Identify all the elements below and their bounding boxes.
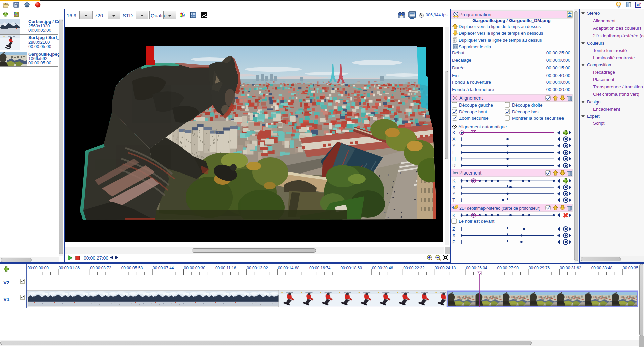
svg-text:K: K (452, 213, 456, 218)
svg-text:Déplacer vers la ligne de temp: Déplacer vers la ligne de temps en desso… (459, 31, 543, 36)
svg-text:00:00:25:00: 00:00:25:00 (546, 50, 570, 55)
svg-text:Zoom sécurisé: Zoom sécurisé (459, 116, 489, 121)
svg-text:Découpe droite: Découpe droite (512, 102, 543, 108)
svg-text:Durée: Durée (452, 65, 465, 70)
svg-text:00:00:03:72: 00:00:03:72 (90, 266, 111, 270)
svg-text:00:00:40:00: 00:00:40:00 (546, 73, 570, 78)
svg-text:Dupliquer vers la ligne de tem: Dupliquer vers la ligne de temps au dess… (459, 38, 542, 43)
svg-text:L: L (452, 150, 455, 155)
svg-text:V2: V2 (3, 280, 9, 285)
svg-text:Fondu à la fermeture: Fondu à la fermeture (452, 87, 494, 92)
svg-text:00:00:15:00: 00:00:15:00 (546, 65, 570, 70)
svg-text:00:00:00:00: 00:00:00:00 (546, 80, 570, 85)
svg-text:00:00:01:86: 00:00:01:86 (59, 266, 80, 270)
svg-text:00:00:31:62: 00:00:31:62 (560, 266, 581, 270)
svg-text:Y: Y (452, 191, 456, 196)
svg-text:00:00:05:58: 00:00:05:58 (121, 266, 143, 270)
svg-text:00:00:24:18: 00:00:24:18 (435, 266, 456, 270)
svg-text:00:00:22:32: 00:00:22:32 (403, 266, 425, 270)
svg-text:R: R (452, 163, 456, 168)
svg-text:Découpe gauche: Découpe gauche (459, 102, 493, 108)
svg-text:00:00:20:46: 00:00:20:46 (372, 266, 393, 270)
svg-text:Début: Début (452, 50, 464, 55)
svg-text:00:00:18:60: 00:00:18:60 (341, 266, 362, 270)
svg-text:Le noir est devant: Le noir est devant (459, 219, 495, 224)
svg-text:Placement: Placement (459, 170, 481, 176)
svg-text:00:00:09:30: 00:00:09:30 (184, 266, 206, 270)
svg-text:2D+depthmap->stéréo (carte de: 2D+depthmap->stéréo (carte de profondeur… (459, 206, 540, 211)
svg-text:X: X (452, 136, 456, 142)
svg-text:X: X (452, 233, 456, 238)
svg-text:K: K (452, 130, 456, 135)
svg-text:Alignement automatique: Alignement automatique (458, 124, 507, 129)
svg-text:00:00:27:90: 00:00:27:90 (497, 266, 519, 270)
svg-text:Montrer la boite sécurisée: Montrer la boite sécurisée (512, 116, 564, 121)
svg-text:00:00:00:00: 00:00:00:00 (28, 266, 49, 270)
svg-text:Découpe haut: Découpe haut (459, 109, 487, 114)
svg-text:Découpe bas: Découpe bas (512, 109, 539, 114)
svg-text:00:00:00:00: 00:00:00:00 (546, 58, 570, 63)
svg-text:Décalage: Décalage (452, 58, 471, 63)
svg-text:V1: V1 (3, 296, 9, 302)
svg-text:H: H (452, 156, 456, 162)
svg-text:00:00:00:00: 00:00:00:00 (546, 87, 570, 92)
svg-text:Supprimer le clip: Supprimer le clip (459, 44, 491, 49)
svg-text:K: K (452, 178, 456, 184)
svg-text:Y: Y (452, 143, 456, 148)
svg-text:Fin: Fin (452, 73, 459, 78)
svg-text:P: P (452, 239, 455, 245)
svg-text:Z: Z (452, 226, 455, 232)
svg-text:Alignement: Alignement (459, 95, 483, 101)
svg-text:00:00:26:04: 00:00:26:04 (466, 266, 487, 270)
svg-text:00:00:11:16: 00:00:11:16 (215, 266, 236, 270)
svg-text:T: T (452, 197, 455, 203)
svg-text:00:00:29:76: 00:00:29:76 (529, 266, 550, 270)
svg-text:Fondu à l'ouverture: Fondu à l'ouverture (452, 80, 491, 85)
svg-text:00:00:13:02: 00:00:13:02 (247, 266, 268, 270)
svg-text:00:00:07:44: 00:00:07:44 (153, 266, 174, 270)
svg-text:Gargouille.jpeg / Gargouille_D: Gargouille.jpeg / Gargouille_DM.png (472, 18, 550, 23)
svg-text:Programmation: Programmation (459, 12, 491, 17)
svg-text:00:00:14:88: 00:00:14:88 (278, 266, 300, 270)
svg-text:X: X (452, 185, 456, 190)
svg-text:00:00:16:74: 00:00:16:74 (309, 266, 331, 270)
svg-text:00:00:33:48: 00:00:33:48 (591, 266, 613, 270)
svg-text:Déplacer vers la ligne de temp: Déplacer vers la ligne de temps au dessu… (459, 24, 541, 29)
